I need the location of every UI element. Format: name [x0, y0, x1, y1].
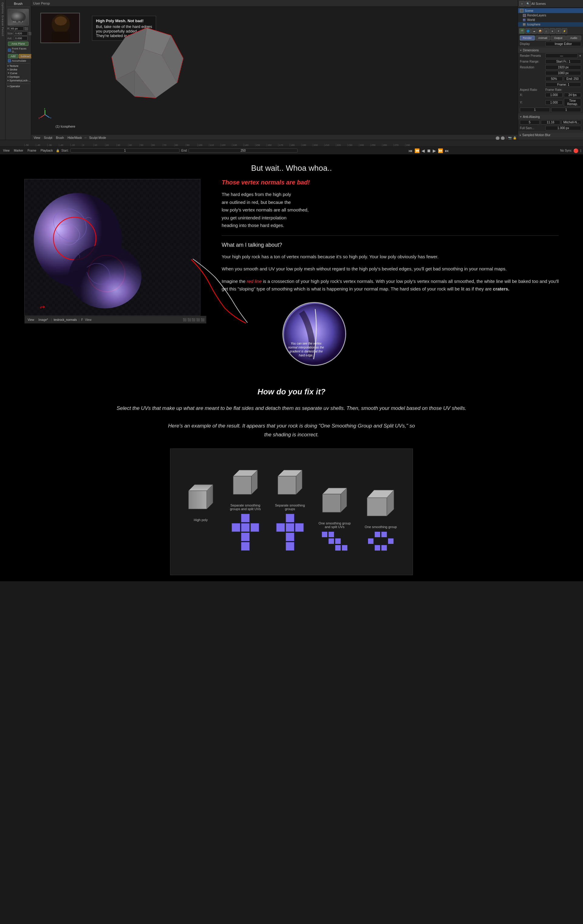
example-text: Here's an example of the result. It appe… — [24, 422, 559, 439]
resolution-pct-value: 50% — [545, 77, 563, 81]
prev-frame-btn[interactable]: ⏪ — [415, 148, 420, 153]
hidemask-btn[interactable]: Hide/Mask — [66, 136, 83, 140]
aspect-y-row: Y: 1.000 Time Remap. — [518, 98, 583, 107]
view-btn[interactable]: View — [33, 136, 41, 140]
accumulate-checkbox[interactable] — [8, 59, 11, 62]
shading-header[interactable]: Shading — [518, 139, 583, 140]
img-view2-btn[interactable]: View — [85, 318, 92, 322]
dimensions-header[interactable]: Dimensions — [518, 48, 583, 53]
separate-sg-split-uv — [232, 514, 259, 551]
stop-btn[interactable]: ⏹ — [427, 148, 431, 153]
subtract-btn[interactable]: Subtract — [19, 54, 32, 58]
add-preset-icon[interactable]: + — [579, 54, 581, 58]
particle-prop-icon[interactable]: ⁕ — [556, 28, 561, 34]
ruler-mark: 270 — [394, 144, 405, 147]
render-presets-row: Render Presets — + — [518, 53, 583, 59]
sculpt-mode-btn[interactable]: Sculpt Mode — [88, 136, 107, 140]
size-input[interactable]: 0.820 — [14, 31, 28, 36]
resolution-y-value: 1080 px — [545, 71, 581, 75]
next-frame-btn[interactable]: ⏩ — [438, 148, 443, 153]
end-val: 250 — [189, 148, 298, 153]
scene-item[interactable]: Scene — [518, 8, 583, 13]
ruler-mark: 140 — [244, 144, 255, 147]
marker-btn[interactable]: Marker — [13, 148, 25, 153]
remap-values-row: 1 1 — [518, 107, 583, 113]
world-prop-icon[interactable]: ☁ — [531, 28, 537, 34]
main-3d-viewport[interactable]: User Persp High Poly Mesh. Not bad! But,… — [31, 0, 518, 140]
aspect-x-label: X: — [520, 93, 544, 97]
stroke-label: Stroke — [10, 68, 17, 71]
ruler-mark: 10 — [94, 144, 105, 147]
scene-prop-icon[interactable]: 🌐 — [525, 28, 531, 34]
separate-sg-label: Separate smoothing groups — [272, 503, 308, 511]
auto-input[interactable]: 0.000 — [14, 36, 28, 40]
add-btn[interactable]: Add — [8, 54, 18, 58]
render-presets-label: Render Presets — [520, 54, 544, 58]
display-row: Display Image Editor — [518, 41, 583, 47]
cursor-icon: | — [580, 149, 581, 152]
img-f-label: F — [81, 318, 83, 322]
playback-btn[interactable]: Playback — [40, 148, 54, 153]
ruler-mark: 240 — [359, 144, 371, 147]
one-sg-label: One smoothing group — [365, 525, 397, 529]
operator-label: Operator — [10, 85, 20, 88]
area-plane-btn[interactable]: Area Plane — [8, 41, 28, 46]
size-row: Size 0.820 ⬛ — [7, 31, 30, 36]
person-photo — [40, 13, 80, 43]
play-btn[interactable]: ▶ — [433, 148, 436, 153]
sculpt-btn[interactable]: Sculpt — [43, 136, 54, 140]
separate-sg-split-label: Separate smoothing groups and split UVs — [227, 503, 264, 511]
motion-blur-header[interactable]: Sampled Motion Blur — [518, 132, 583, 138]
img-view-btn[interactable]: View — [26, 318, 36, 322]
object-prop-icon[interactable]: 📦 — [537, 28, 543, 34]
brush-btn[interactable]: Brush — [54, 136, 65, 140]
img-image-btn[interactable]: Image* — [37, 318, 49, 322]
object-name: (1) Icosphere — [56, 125, 75, 128]
mesh-prop-icon[interactable]: △ — [543, 28, 549, 34]
frame-btn[interactable]: Frame — [26, 148, 38, 153]
operator-expand-icon — [8, 86, 9, 87]
fix-section: How do you fix it? Select the UVs that m… — [0, 372, 583, 582]
end-btn[interactable]: ⏭ — [445, 148, 449, 153]
ruler-mark: -50 — [24, 144, 36, 147]
aa-header[interactable]: Anti-Aliasing — [518, 114, 583, 119]
front-faces-checkbox[interactable] — [8, 49, 11, 52]
search-icon[interactable]: 🔍 — [525, 1, 531, 7]
view-icon[interactable]: V — [519, 1, 525, 7]
render-layers-icon — [523, 14, 526, 17]
ruler-mark: 50 — [140, 144, 151, 147]
render-prop-icon[interactable]: 🎬 — [519, 28, 525, 34]
fix-subtitle: Select the UVs that make up what are mea… — [24, 404, 559, 413]
curve-row[interactable]: Curve — [7, 71, 30, 75]
high-poly-cube: High poly — [183, 478, 219, 551]
normal-map-svg — [25, 179, 200, 316]
audio-tab[interactable]: Audio — [566, 36, 581, 40]
viewport-3d-area[interactable]: High Poly Mesh. Not bad! But, take note … — [31, 7, 518, 134]
radius-input[interactable]: 65 px — [10, 26, 24, 31]
world-item[interactable]: World — [518, 18, 583, 22]
render-tab[interactable]: Render — [520, 36, 535, 40]
rewind-btn[interactable]: ⏮ — [408, 148, 413, 153]
aa-expand-icon — [520, 116, 522, 117]
ruler-mark: 180 — [290, 144, 301, 147]
animate-tab[interactable]: Animati — [535, 36, 550, 40]
shading-section: Shading — [518, 138, 583, 140]
icosphere-item[interactable]: Icosphere — [518, 22, 583, 27]
render-layers-item[interactable]: RenderLayers — [518, 13, 583, 18]
ruler-mark: -10 — [71, 144, 82, 147]
ruler-mark: 200 — [313, 144, 324, 147]
material-prop-icon[interactable]: ● — [550, 28, 555, 34]
output-tab[interactable]: Output — [551, 36, 566, 40]
timeline-ruler-bar: -50 -40 -30 -20 -10 0 10 20 30 40 50 60 … — [0, 140, 583, 147]
ruler-mark: 100 — [198, 144, 209, 147]
play-reverse-btn[interactable]: ◀ — [422, 148, 425, 153]
physics-prop-icon[interactable]: ⚡ — [562, 28, 567, 34]
ruler-mark: -40 — [36, 144, 48, 147]
one-sg-split-label: One smoothing group and split UVs — [316, 521, 354, 529]
ruler-mark: 110 — [209, 144, 221, 147]
ruler-mark: 220 — [336, 144, 347, 147]
texture-row: Texture — [7, 64, 30, 68]
view-timeline-btn[interactable]: View — [2, 148, 11, 153]
start-fr-value: Start Fr.: 1 — [545, 59, 581, 64]
p3-bold: craters. — [493, 286, 509, 291]
